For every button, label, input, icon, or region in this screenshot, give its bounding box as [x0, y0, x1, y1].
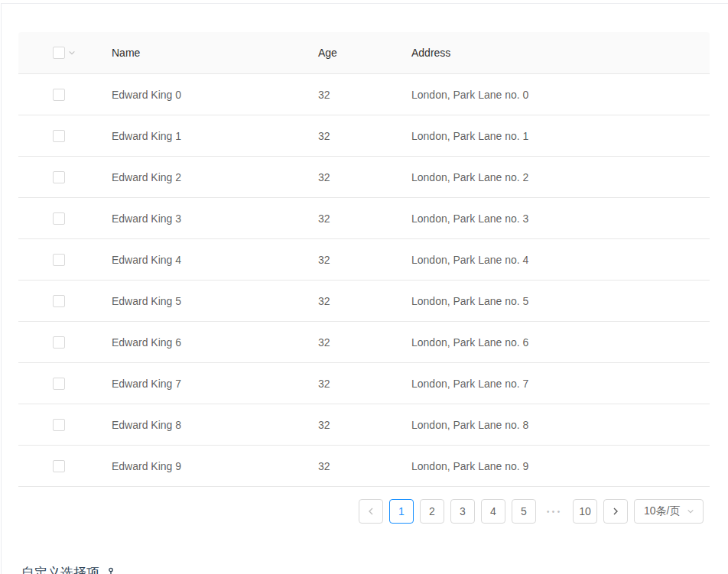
- table-row: Edward King 5 32 London, Park Lane no. 5: [18, 281, 710, 322]
- header-selection-cell: [18, 32, 99, 73]
- row-selection-cell: [18, 363, 99, 404]
- pagination-prev-button[interactable]: [359, 499, 383, 524]
- row-selection-cell: [18, 404, 99, 445]
- row-checkbox[interactable]: [53, 295, 65, 307]
- data-table: Name Age Address Edward King 0 32 London…: [18, 32, 710, 487]
- row-checkbox[interactable]: [53, 460, 65, 472]
- row-address-cell: London, Park Lane no. 5: [399, 295, 710, 307]
- table-header-row: Name Age Address: [18, 32, 710, 74]
- row-checkbox[interactable]: [53, 130, 65, 142]
- row-name-cell: Edward King 2: [99, 171, 306, 183]
- table-row: Edward King 9 32 London, Park Lane no. 9: [18, 446, 710, 487]
- row-checkbox[interactable]: [53, 212, 65, 225]
- row-selection-cell: [18, 74, 99, 115]
- row-age-cell: 32: [306, 419, 399, 431]
- row-age-cell: 32: [306, 89, 399, 101]
- row-address-cell: London, Park Lane no. 6: [399, 336, 710, 349]
- table-row: Edward King 2 32 London, Park Lane no. 2: [18, 157, 710, 198]
- select-all-checkbox[interactable]: [53, 47, 65, 59]
- row-name-cell: Edward King 4: [99, 254, 306, 266]
- pagination: 12345 ••• 10 10条/页: [18, 499, 704, 524]
- row-name-cell: Edward King 6: [99, 336, 306, 349]
- pagination-page-4[interactable]: 4: [481, 499, 505, 524]
- row-age-cell: 32: [306, 295, 399, 307]
- chevron-left-icon: [366, 507, 375, 516]
- pagination-page-10[interactable]: 10: [573, 499, 597, 524]
- column-header-name: Name: [99, 47, 306, 59]
- table-demo-content: Name Age Address Edward King 0 32 London…: [18, 32, 710, 574]
- table-row: Edward King 1 32 London, Park Lane no. 1: [18, 115, 710, 157]
- row-address-cell: London, Park Lane no. 8: [399, 419, 710, 431]
- row-name-cell: Edward King 0: [99, 89, 306, 101]
- row-checkbox[interactable]: [53, 89, 65, 101]
- row-address-cell: London, Park Lane no. 7: [399, 378, 710, 390]
- section-heading: 自定义选择项: [21, 564, 710, 574]
- section-heading-text: 自定义选择项: [21, 564, 99, 574]
- chevron-down-icon: [687, 508, 694, 515]
- table-row: Edward King 4 32 London, Park Lane no. 4: [18, 239, 710, 281]
- column-header-age: Age: [306, 47, 399, 59]
- chevron-right-icon: [611, 507, 620, 516]
- row-age-cell: 32: [306, 460, 399, 472]
- row-selection-cell: [18, 198, 99, 238]
- row-age-cell: 32: [306, 254, 399, 266]
- table-row: Edward King 0 32 London, Park Lane no. 0: [18, 74, 710, 115]
- row-age-cell: 32: [306, 171, 399, 183]
- row-age-cell: 32: [306, 336, 399, 349]
- row-checkbox[interactable]: [53, 336, 65, 349]
- row-selection-cell: [18, 446, 99, 486]
- table-row: Edward King 6 32 London, Park Lane no. 6: [18, 322, 710, 363]
- row-selection-cell: [18, 281, 99, 321]
- pagination-page-5[interactable]: 5: [512, 499, 536, 524]
- table-body: Edward King 0 32 London, Park Lane no. 0…: [18, 74, 710, 487]
- row-selection-cell: [18, 115, 99, 156]
- page-size-value: 10条/页: [644, 504, 680, 518]
- pagination-jump-next[interactable]: •••: [542, 499, 567, 524]
- table-row: Edward King 3 32 London, Park Lane no. 3: [18, 198, 710, 239]
- row-age-cell: 32: [306, 130, 399, 142]
- row-selection-cell: [18, 157, 99, 197]
- row-name-cell: Edward King 7: [99, 378, 306, 390]
- chevron-down-icon[interactable]: [68, 49, 76, 57]
- row-age-cell: 32: [306, 378, 399, 390]
- pagination-next-button[interactable]: [603, 499, 628, 524]
- anchor-link-icon[interactable]: [106, 567, 116, 574]
- row-address-cell: London, Park Lane no. 3: [399, 212, 710, 225]
- pagination-page-2[interactable]: 2: [420, 499, 444, 524]
- row-selection-cell: [18, 239, 99, 280]
- row-address-cell: London, Park Lane no. 0: [399, 89, 710, 101]
- row-address-cell: London, Park Lane no. 2: [399, 171, 710, 183]
- table-row: Edward King 7 32 London, Park Lane no. 7: [18, 363, 710, 404]
- row-address-cell: London, Park Lane no. 9: [399, 460, 710, 472]
- column-header-address: Address: [399, 47, 710, 59]
- row-address-cell: London, Park Lane no. 4: [399, 254, 710, 266]
- row-checkbox[interactable]: [53, 378, 65, 390]
- row-age-cell: 32: [306, 212, 399, 225]
- row-checkbox[interactable]: [53, 419, 65, 431]
- table-row: Edward King 8 32 London, Park Lane no. 8: [18, 404, 710, 446]
- row-name-cell: Edward King 5: [99, 295, 306, 307]
- row-checkbox[interactable]: [53, 171, 65, 183]
- row-checkbox[interactable]: [53, 254, 65, 266]
- pagination-page-3[interactable]: 3: [450, 499, 475, 524]
- row-address-cell: London, Park Lane no. 1: [399, 130, 710, 142]
- row-name-cell: Edward King 1: [99, 130, 306, 142]
- row-selection-cell: [18, 322, 99, 362]
- row-name-cell: Edward King 9: [99, 460, 306, 472]
- row-name-cell: Edward King 8: [99, 419, 306, 431]
- page-size-select[interactable]: 10条/页: [634, 499, 704, 524]
- pagination-page-1[interactable]: 1: [389, 499, 414, 524]
- row-name-cell: Edward King 3: [99, 212, 306, 225]
